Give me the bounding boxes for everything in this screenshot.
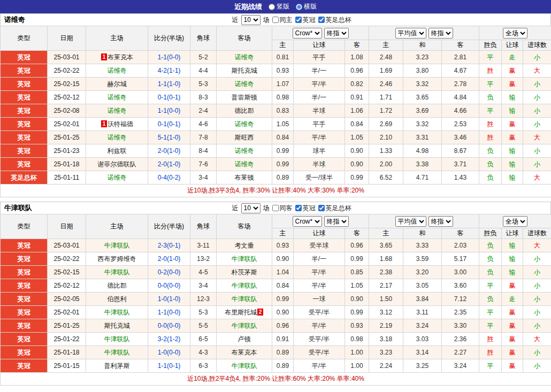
score-cell[interactable]: 0-0(0-0) <box>148 319 190 333</box>
team-name-link[interactable]: 布莱克本 <box>232 349 257 356</box>
league-championship-filter[interactable]: 英冠 <box>295 204 316 213</box>
euro-average-select[interactable]: 平均值 <box>395 216 426 227</box>
layout-vertical-radio[interactable] <box>269 4 275 10</box>
period-select[interactable]: 全场 <box>503 216 527 227</box>
league-type-badge[interactable]: 英冠 <box>1 252 48 266</box>
league-type-badge[interactable]: 英冠 <box>1 346 48 359</box>
score-cell[interactable]: 2-3(0-1) <box>148 239 190 252</box>
league-fa-cup-checkbox[interactable] <box>318 17 325 23</box>
score-cell[interactable]: 0-2(0-0) <box>148 266 190 279</box>
team-name-link[interactable]: 赫尔城 <box>108 80 127 88</box>
league-type-badge[interactable]: 英冠 <box>1 91 48 104</box>
odds-company-select[interactable]: Crow* <box>293 28 322 39</box>
team-name-link[interactable]: 诺维奇 <box>108 134 127 141</box>
team-name-link[interactable]: 诺维奇 <box>235 120 254 128</box>
league-type-badge[interactable]: 英冠 <box>1 293 48 306</box>
team-name-link[interactable]: 斯旺西 <box>235 134 254 141</box>
team-name-link[interactable]: 牛津联队 <box>232 255 257 263</box>
score-cell[interactable]: 2-0(1-0) <box>148 144 190 158</box>
team-name-link[interactable]: 诺维奇 <box>108 94 127 101</box>
league-fa-cup-checkbox[interactable] <box>318 205 325 211</box>
league-type-badge[interactable]: 英冠 <box>1 118 48 131</box>
layout-horizontal-option[interactable]: 横版 <box>296 2 317 11</box>
score-cell[interactable]: 1-1(0-0) <box>148 51 190 64</box>
league-type-badge[interactable]: 英足总杯 <box>1 171 48 185</box>
score-cell[interactable]: 1-0(1-0) <box>148 293 190 306</box>
score-cell[interactable]: 0-1(0-1) <box>148 118 190 131</box>
score-cell[interactable]: 5-1(1-0) <box>148 131 190 144</box>
league-type-badge[interactable]: 英冠 <box>1 64 48 78</box>
team-name-link[interactable]: 德比郡 <box>235 107 254 114</box>
league-type-badge[interactable]: 英冠 <box>1 158 48 171</box>
team-name-link[interactable]: 诺维奇 <box>108 67 127 74</box>
league-championship-checkbox[interactable] <box>295 205 302 211</box>
team-name-link[interactable]: 诺维奇 <box>235 160 254 168</box>
league-type-badge[interactable]: 英冠 <box>1 266 48 279</box>
team-name-link[interactable]: 伯恩利 <box>108 295 127 303</box>
team-name-link[interactable]: 西布罗姆维奇 <box>98 255 136 263</box>
team-name-link[interactable]: 德比郡 <box>108 282 127 289</box>
league-type-badge[interactable]: 英冠 <box>1 144 48 158</box>
odds-company-select[interactable]: Crow* <box>293 216 322 227</box>
team-name-link[interactable]: 布莱顿 <box>235 174 254 181</box>
same-venue-filter[interactable]: 同客 <box>272 204 293 213</box>
euro-odds-time-select[interactable]: 终指 <box>428 216 453 227</box>
score-cell[interactable]: 2-0(1-0) <box>148 252 190 266</box>
league-type-badge[interactable]: 英冠 <box>1 131 48 144</box>
team-name-link[interactable]: 诺维奇 <box>235 80 254 88</box>
league-type-badge[interactable]: 英冠 <box>1 104 48 118</box>
team-name-link[interactable]: 布莱克本 <box>108 53 133 61</box>
score-cell[interactable]: 0-4(0-2) <box>148 171 190 185</box>
team-name-link[interactable]: 牛津联队 <box>232 362 257 370</box>
league-fa-cup-filter[interactable]: 英足总杯 <box>318 204 351 213</box>
same-venue-checkbox[interactable] <box>272 17 279 23</box>
league-type-badge[interactable]: 英冠 <box>1 306 48 319</box>
score-cell[interactable]: 0-1(0-1) <box>148 91 190 104</box>
league-type-badge[interactable]: 英冠 <box>1 239 48 252</box>
league-type-badge[interactable]: 英冠 <box>1 319 48 333</box>
same-venue-checkbox[interactable] <box>272 205 279 211</box>
team-name-link[interactable]: 普雷斯顿 <box>232 94 257 101</box>
recent-count-select[interactable]: 10 <box>241 15 261 25</box>
score-cell[interactable]: 2-0(1-0) <box>148 158 190 171</box>
euro-odds-time-select[interactable]: 终指 <box>428 28 453 39</box>
euro-average-select[interactable]: 平均值 <box>395 28 426 39</box>
league-type-badge[interactable]: 英冠 <box>1 279 48 293</box>
league-type-badge[interactable]: 英冠 <box>1 359 48 373</box>
league-championship-filter[interactable]: 英冠 <box>295 16 316 25</box>
layout-horizontal-radio[interactable] <box>296 4 302 10</box>
team-name-link[interactable]: 沃特福德 <box>108 120 133 128</box>
period-select[interactable]: 全场 <box>503 28 527 39</box>
team-name-link[interactable]: 谢菲尔德联队 <box>98 160 136 168</box>
team-name-link[interactable]: 牛津联队 <box>232 282 257 289</box>
recent-count-select[interactable]: 10 <box>241 203 261 213</box>
team-name-link[interactable]: 考文垂 <box>235 242 254 249</box>
team-name-link[interactable]: 牛津联队 <box>104 268 130 276</box>
team-name-link[interactable]: 斯托克城 <box>232 67 257 74</box>
team-name-link[interactable]: 牛津联队 <box>104 242 130 249</box>
score-cell[interactable]: 4-2(1-1) <box>148 64 190 78</box>
score-cell[interactable]: 1-1(0-0) <box>148 306 190 319</box>
league-championship-checkbox[interactable] <box>295 17 302 23</box>
score-cell[interactable]: 1-0(0-0) <box>148 346 190 359</box>
team-name-link[interactable]: 斯托克城 <box>104 322 130 329</box>
asia-odds-time-select[interactable]: 终指 <box>324 28 349 39</box>
team-name-link[interactable]: 诺维奇 <box>108 174 127 181</box>
team-name-link[interactable]: 卢顿 <box>238 335 251 343</box>
league-type-badge[interactable]: 英冠 <box>1 51 48 64</box>
team-name-link[interactable]: 牛津联队 <box>232 295 257 303</box>
team-name-link[interactable]: 布里斯托城 <box>225 309 257 316</box>
team-name-link[interactable]: 诺维奇 <box>108 107 127 114</box>
league-fa-cup-filter[interactable]: 英足总杯 <box>318 16 351 25</box>
team-name-link[interactable]: 利兹联 <box>108 147 127 155</box>
team-name-link[interactable]: 牛津联队 <box>104 309 130 316</box>
same-venue-filter[interactable]: 同主 <box>272 16 293 25</box>
league-type-badge[interactable]: 英冠 <box>1 333 48 346</box>
score-cell[interactable]: 0-0(0-0) <box>148 279 190 293</box>
team-name-link[interactable]: 牛津联队 <box>232 322 257 329</box>
score-cell[interactable]: 1-1(0-1) <box>148 359 190 373</box>
score-cell[interactable]: 3-2(1-2) <box>148 333 190 346</box>
score-cell[interactable]: 1-1(0-0) <box>148 104 190 118</box>
league-type-badge[interactable]: 英冠 <box>1 78 48 91</box>
asia-odds-time-select[interactable]: 终指 <box>324 216 349 227</box>
